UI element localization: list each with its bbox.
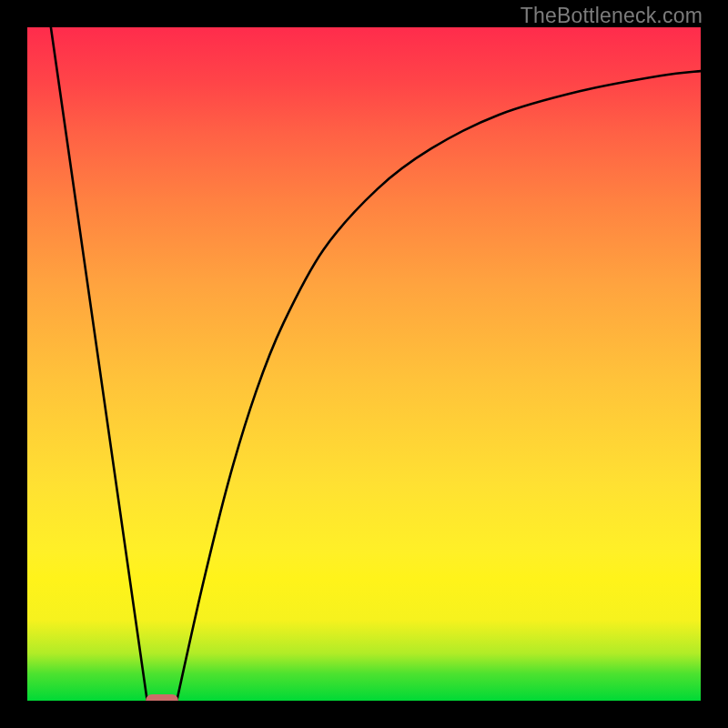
plot-area xyxy=(27,27,701,701)
minimum-marker xyxy=(146,694,178,701)
bottleneck-curve xyxy=(27,27,701,701)
chart-frame: TheBottleneck.com xyxy=(0,0,728,728)
attribution-text: TheBottleneck.com xyxy=(521,4,703,28)
curve-path xyxy=(51,27,701,701)
